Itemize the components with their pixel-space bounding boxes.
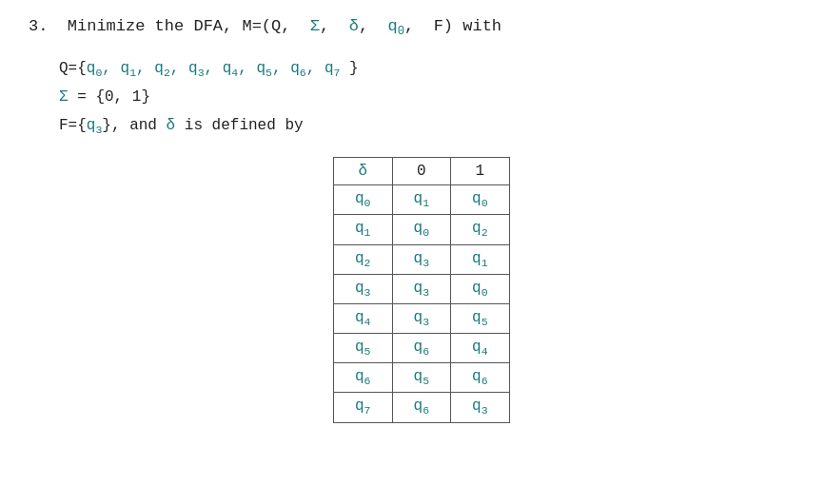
f-definition-line: F={q3}, and δ is defined by (59, 112, 797, 141)
delta-symbol: δ (349, 17, 359, 35)
col-delta: δ (334, 158, 393, 185)
row-val-1: q1 (451, 244, 510, 274)
row-val-0: q5 (392, 363, 451, 393)
row-state: q6 (334, 363, 393, 393)
table-row: q5 q6 q4 (334, 334, 510, 363)
q-states: q0, q1, q2, q3, q4, q5, q6, q7 (87, 55, 341, 84)
table-row: q7 q6 q3 (334, 393, 510, 422)
row-val-0: q6 (392, 393, 451, 422)
row-val-1: q0 (451, 274, 510, 303)
row-state: q3 (334, 274, 393, 303)
table-row: q2 q3 q1 (334, 244, 510, 274)
row-val-0: q3 (392, 244, 451, 274)
q-close: } (340, 55, 358, 84)
f-rest: is defined by (175, 112, 303, 141)
q-label: Q={ (59, 55, 87, 84)
problem-heading: 3. Minimize the DFA, M=(Q, Σ, δ, q0, F) … (29, 17, 797, 38)
table-row: q1 q0 q2 (334, 215, 510, 244)
table-header-row: δ 0 1 (334, 158, 510, 185)
sigma-set: = {0, 1} (69, 84, 150, 112)
row-val-1: q3 (451, 393, 510, 422)
row-state: q5 (334, 334, 393, 363)
sigma-sym: Σ (59, 84, 69, 112)
row-val-0: q3 (392, 303, 451, 333)
f-label: F={ (59, 112, 87, 141)
table-row: q3 q3 q0 (334, 274, 510, 303)
row-val-1: q5 (451, 303, 510, 333)
transition-table-wrapper: δ 0 1 q0 q1 q0 q1 q0 q2 q2 q3 q1 q3 q3 q… (333, 157, 797, 423)
sigma-definition-line: Σ = {0, 1} (59, 84, 797, 112)
row-val-0: q1 (392, 185, 451, 215)
row-val-0: q6 (392, 334, 451, 363)
q0-symbol: q0 (387, 17, 404, 35)
row-val-1: q2 (451, 215, 510, 244)
f-suffix: }, and (102, 112, 166, 141)
col-1: 1 (451, 158, 510, 185)
row-state: q4 (334, 303, 393, 333)
row-state: q1 (334, 215, 393, 244)
row-val-1: q4 (451, 334, 510, 363)
table-row: q0 q1 q0 (334, 185, 510, 215)
row-state: q2 (334, 244, 393, 274)
row-state: q0 (334, 185, 393, 215)
row-val-0: q0 (392, 215, 451, 244)
row-state: q7 (334, 393, 393, 422)
f-state: q3 (87, 112, 103, 141)
transition-table: δ 0 1 q0 q1 q0 q1 q0 q2 q2 q3 q1 q3 q3 q… (333, 157, 510, 423)
row-val-1: q0 (451, 185, 510, 215)
table-row: q4 q3 q5 (334, 303, 510, 333)
col-0: 0 (392, 158, 451, 185)
q-definition-line: Q={q0, q1, q2, q3, q4, q5, q6, q7 } (59, 55, 797, 84)
definition-block: Q={q0, q1, q2, q3, q4, q5, q6, q7 } Σ = … (59, 55, 797, 140)
row-val-0: q3 (392, 274, 451, 303)
sigma-symbol: Σ (310, 17, 320, 35)
table-row: q6 q5 q6 (334, 363, 510, 393)
delta-sym-inline: δ (167, 112, 176, 141)
row-val-1: q6 (451, 363, 510, 393)
